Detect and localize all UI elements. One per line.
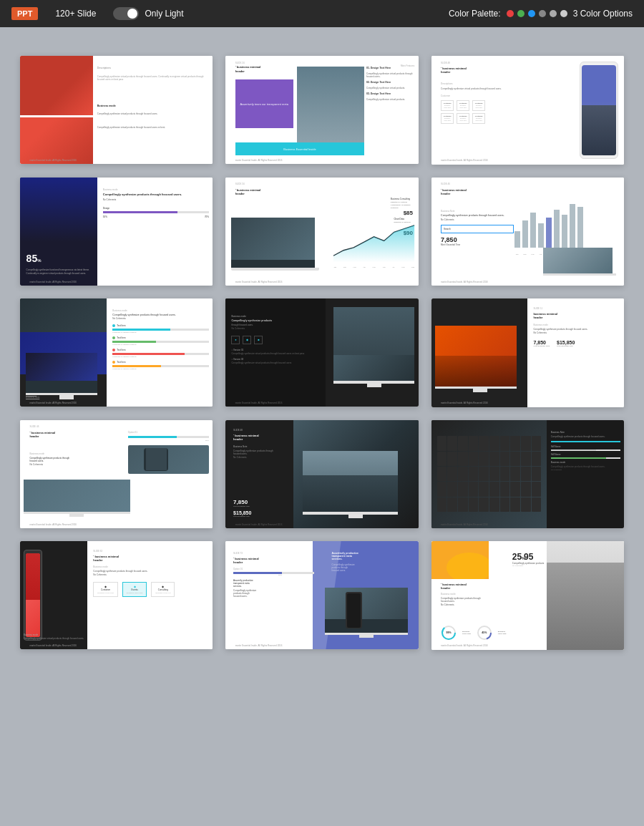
slides-grid: MASSBALL Descriptions Compellingly synth…: [0, 27, 644, 679]
dot-gray3[interactable]: [560, 10, 567, 17]
ppt-badge: PPT: [11, 7, 38, 20]
slide14-footer: martin Essential Inside. All Rights Rese…: [235, 644, 409, 647]
slide5-footer: martin Essential Inside. All Rights Rese…: [235, 281, 409, 283]
slide-2[interactable]: SLIDE 24 ' business minimalheader Main F…: [225, 56, 418, 164]
palette-dots: [507, 10, 567, 17]
slide2-right-text: 01. Design Text Here Compellingly synthe…: [366, 67, 414, 104]
slide-4[interactable]: 85% Compellingly synthesize functional h…: [20, 178, 213, 286]
slide7-footer: martin Essential Inside. All Rights Rese…: [29, 402, 203, 404]
slide12-footer: martin Essential Inside. All Rights Rese…: [441, 523, 614, 526]
slide2-footer: martin Essential Inside. All Rights Rese…: [235, 159, 409, 162]
slide3-footer: martin Essential Inside. All Rights Rese…: [441, 159, 614, 162]
slide-14[interactable]: SLIDE 73 ' business minimalheader Option…: [225, 541, 418, 649]
color-palette-wrap: Color Palette: 3 Color Options: [449, 9, 633, 19]
slide1-footer: martin Essential Inside. All Rights Rese…: [29, 159, 203, 162]
slide2-teal-bar: Business Essential Inside: [235, 142, 364, 155]
slide4-dark: 85% Compellingly synthesize functional h…: [20, 178, 97, 286]
top-bar: PPT 120+ Slide Only Light Color Palette:…: [0, 0, 644, 27]
dot-red[interactable]: [507, 10, 514, 17]
slide9-footer: martin Essential Inside. All Rights Rese…: [441, 402, 614, 404]
slide13-footer: martin Essential Inside. All Rights Rese…: [29, 644, 203, 647]
slide-5[interactable]: SLIDE 34 ' business minimalheader Busine…: [225, 178, 418, 286]
slide-15[interactable]: SLIDE 82 ' business minimalheader Busine…: [431, 541, 624, 650]
dot-blue[interactable]: [528, 10, 535, 17]
svg-marker-0: [333, 225, 414, 263]
slide-11[interactable]: SLIDE 48 ' business minimalheader Busine…: [225, 420, 418, 528]
options-label: 3 Color Options: [573, 9, 633, 19]
slide2-photo: [297, 67, 364, 148]
palette-label: Color Palette:: [449, 9, 501, 19]
dot-green[interactable]: [517, 10, 525, 17]
slide-7[interactable]: Business Note y producitize transparents…: [20, 298, 213, 407]
mode-label: Only Light: [145, 9, 183, 19]
slide-3[interactable]: SLIDE 48 ' business minimalheader Descri…: [431, 56, 624, 165]
mode-toggle-wrap[interactable]: Only Light: [113, 7, 183, 20]
slide4-footer: martin Essential Inside. All Rights Rese…: [29, 281, 203, 283]
slide-9[interactable]: SLIDE 11 business minimalheader Business…: [431, 298, 624, 407]
slide-12[interactable]: Business Note Compellingly synthesize pr…: [431, 420, 624, 529]
slide-10[interactable]: SLIDE 46 ' business minimalheader Busine…: [20, 420, 213, 528]
slide-13[interactable]: Business mode Compellingly synthesize vi…: [20, 541, 213, 649]
slide6-footer: martin Essential Inside. All Rights Rese…: [441, 281, 614, 283]
mode-toggle[interactable]: [113, 7, 139, 20]
slide8-footer: martin Essential Inside. All Rights Rese…: [235, 402, 409, 404]
slide-6[interactable]: SLIDE 46 ' business minimalheader Busine…: [431, 178, 624, 286]
slide-1[interactable]: MASSBALL Descriptions Compellingly synth…: [20, 56, 213, 164]
slide1-img-red: [20, 56, 93, 115]
slide15-footer: martin Essential Inside. All Rights Rese…: [441, 644, 614, 647]
slide1-img-bike: [20, 117, 93, 164]
slide2-purple: Assertively team our transparent meta: [235, 79, 293, 128]
slide-8[interactable]: Business mode Compellingly synthesize pr…: [225, 298, 418, 407]
slide-count: 120+ Slide: [55, 9, 96, 19]
dot-gray1[interactable]: [539, 10, 546, 17]
slide11-footer: martin Essential Inside. All Rights Rese…: [235, 523, 409, 526]
slide2-header: ' business minimalheader: [235, 64, 261, 73]
dot-gray2[interactable]: [550, 10, 557, 17]
slide10-footer: martin Essential Inside. All Rights Rese…: [29, 523, 203, 526]
